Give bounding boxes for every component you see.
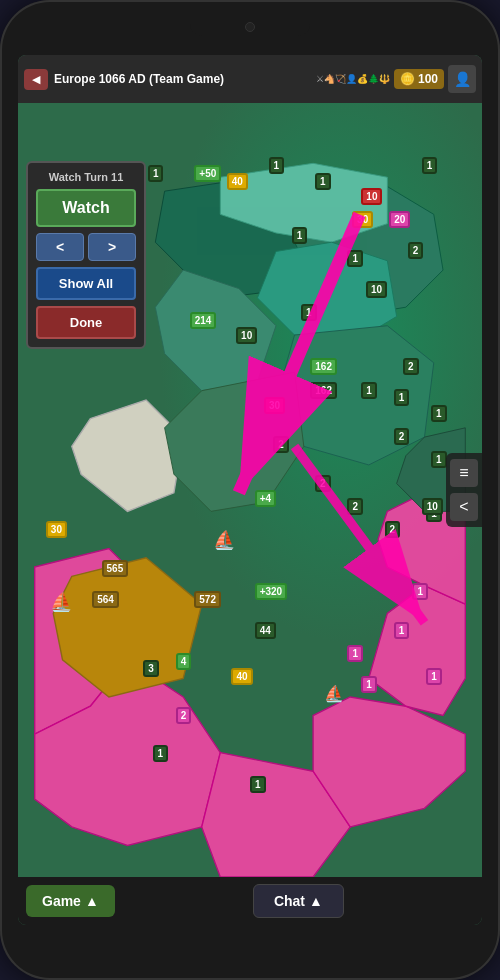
watch-button[interactable]: Watch [36, 189, 136, 227]
header-icons: ⚔🐴🏹👤💰🌲🔱 🪙 100 👤 [316, 65, 476, 93]
camera [245, 22, 255, 32]
bottom-bar: Game ▲ Chat ▲ [18, 877, 482, 925]
app-header: ◀ Europe 1066 AD (Team Game) ⚔🐴🏹👤💰🌲🔱 🪙 1… [18, 55, 482, 103]
map-area: Watch Turn 11 Watch < > Show All Done ≡ … [18, 103, 482, 877]
nav-row: < > [36, 233, 136, 261]
done-button[interactable]: Done [36, 306, 136, 339]
back-button[interactable]: ◀ [24, 69, 48, 90]
chat-button[interactable]: Chat ▲ [253, 884, 344, 918]
phone-screen: ◀ Europe 1066 AD (Team Game) ⚔🐴🏹👤💰🌲🔱 🪙 1… [18, 55, 482, 925]
coin-display: 🪙 100 [394, 69, 444, 89]
phone-frame: ◀ Europe 1066 AD (Team Game) ⚔🐴🏹👤💰🌲🔱 🪙 1… [0, 0, 500, 980]
prev-button[interactable]: < [36, 233, 84, 261]
sidebar-collapse-icon[interactable]: < [450, 493, 478, 521]
chat-arrow-icon: ▲ [309, 893, 323, 909]
game-label: Game [42, 893, 81, 909]
right-sidebar: ≡ < [446, 453, 482, 527]
game-button[interactable]: Game ▲ [26, 885, 115, 917]
show-all-button[interactable]: Show All [36, 267, 136, 300]
avatar-button[interactable]: 👤 [448, 65, 476, 93]
coin-icon: 🪙 [400, 72, 415, 86]
coin-amount: 100 [418, 72, 438, 86]
turn-label: Watch Turn 11 [36, 171, 136, 183]
chat-label: Chat [274, 893, 305, 909]
sidebar-menu-icon[interactable]: ≡ [450, 459, 478, 487]
next-button[interactable]: > [88, 233, 136, 261]
svg-line-18 [295, 446, 425, 622]
game-arrow-icon: ▲ [85, 893, 99, 909]
app-title: Europe 1066 AD (Team Game) [54, 72, 316, 86]
control-panel: Watch Turn 11 Watch < > Show All Done [26, 161, 146, 349]
